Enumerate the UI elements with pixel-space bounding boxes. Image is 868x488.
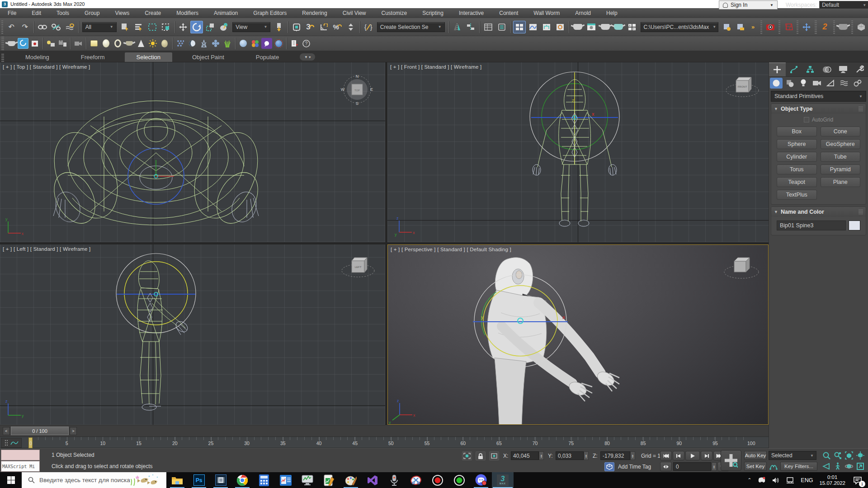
primitive-button[interactable]: Plane (821, 177, 861, 187)
category-helpers[interactable] (824, 78, 837, 89)
menu-item[interactable]: Views (107, 8, 137, 18)
tab-motion[interactable] (819, 62, 835, 76)
isolate-selection-icon[interactable] (462, 451, 472, 460)
zoom-all-icon[interactable] (832, 450, 843, 461)
script-folder-icon[interactable] (734, 21, 747, 33)
render-setup-icon[interactable] (554, 21, 566, 33)
next-frame-button[interactable]: > (70, 427, 77, 435)
angle-snap-icon[interactable] (317, 21, 330, 33)
frame-spinner[interactable]: ▲▼ (712, 462, 717, 471)
select-move-icon[interactable] (177, 21, 189, 33)
key-filters-button[interactable]: Key Filters... (780, 462, 817, 471)
viewport-left[interactable]: [ + ] [ Left ] [ Standard ] [ Wireframe … (0, 244, 385, 425)
menu-item[interactable]: File (0, 8, 24, 18)
menu-item[interactable]: Wall Worm (526, 8, 567, 18)
time-slider-handle[interactable]: 0 / 100 (11, 427, 69, 435)
ribbon-tab[interactable]: Populate (244, 52, 291, 62)
z-coordinate-field[interactable]: -179,832 (600, 451, 630, 460)
taskbar-icon-visual-studio[interactable] (362, 472, 383, 488)
physical-camera-icon[interactable] (764, 21, 777, 33)
teapot-gray-icon[interactable] (837, 21, 849, 33)
add-time-tag[interactable]: Add Time Tag (604, 462, 651, 471)
zoom-extents-all-icon[interactable] (854, 450, 866, 461)
viewcube-left[interactable]: LEFT (340, 253, 376, 282)
menu-item[interactable]: Modifiers (169, 8, 206, 18)
selection-filter-dropdown[interactable]: All▼ (82, 22, 117, 32)
vray-frame-buffer-icon[interactable] (782, 21, 795, 33)
sphere-blue-icon[interactable] (238, 38, 249, 49)
menu-item[interactable]: Rendering (294, 8, 335, 18)
named-selection-sets-icon[interactable]: {} (362, 21, 375, 33)
ball-dashed-icon[interactable] (273, 38, 284, 49)
taskbar-icon-photoshop[interactable]: Ps (188, 472, 210, 488)
viewcube-compass[interactable]: TOP N W E S (340, 72, 374, 107)
field-of-view-icon[interactable] (821, 461, 832, 471)
key-mode-toggle[interactable] (660, 462, 672, 471)
menu-item[interactable]: Create (137, 8, 169, 18)
mini-curve-editor-button[interactable] (1, 438, 22, 448)
next-frame-button[interactable] (701, 451, 712, 460)
start-button[interactable] (0, 472, 22, 488)
rectangular-selection-icon[interactable] (146, 21, 159, 33)
ribbon-minimize-dropdown[interactable]: ▼ ▾ (300, 53, 315, 61)
select-place-icon[interactable] (217, 21, 230, 33)
named-selection-set-dropdown[interactable]: Create Selection Se▼ (377, 22, 445, 32)
rendered-frame-icon[interactable] (29, 38, 40, 49)
grass-icon[interactable] (222, 38, 233, 49)
undo-icon[interactable]: ↶ (5, 21, 18, 33)
zoom-extents-icon[interactable] (843, 450, 854, 461)
category-spacewarps[interactable] (838, 78, 850, 89)
menu-item[interactable]: Civil View (335, 8, 374, 18)
menu-item[interactable]: Tools (49, 8, 77, 18)
ribbon-tab[interactable]: Selection (125, 52, 172, 62)
project-folder-dropdown[interactable]: C:\Users\PC...ents\3dsMax▼ (641, 22, 718, 32)
taskbar-icon-record-green[interactable] (448, 472, 470, 488)
tab-display[interactable] (835, 62, 852, 76)
select-link-icon[interactable] (36, 21, 49, 33)
bind-spacewarp-icon[interactable] (63, 21, 76, 33)
select-by-name-icon[interactable] (132, 21, 145, 33)
set-key-button[interactable]: Set Key (744, 462, 767, 471)
align-icon[interactable] (464, 21, 477, 33)
network-icon[interactable] (786, 477, 794, 483)
cone-create-icon[interactable] (136, 38, 146, 49)
render-production-icon[interactable] (599, 21, 611, 33)
tray-discord-icon[interactable] (758, 477, 766, 483)
object-name-field[interactable]: Bip01 Spine3 (777, 221, 846, 230)
taskbar-icon-system-monitor[interactable] (297, 472, 318, 488)
taskbar-icon-file-explorer[interactable] (166, 472, 188, 488)
primitive-button[interactable]: GeoSphere (821, 139, 861, 149)
color-balls-icon[interactable] (250, 38, 260, 49)
taskbar-icon-record-red[interactable] (427, 472, 448, 488)
menu-item[interactable]: Arnold (567, 8, 599, 18)
primitive-button[interactable]: Sphere (777, 139, 817, 149)
ribbon-toggle-icon[interactable] (513, 21, 526, 33)
ribbon-tab[interactable]: Freeform (69, 52, 117, 62)
menu-item[interactable]: Animation (206, 8, 245, 18)
previous-frame-button[interactable]: < (3, 427, 10, 435)
taskbar-icon-presentation[interactable] (275, 472, 297, 488)
camera-lister-icon[interactable] (57, 38, 68, 49)
primitive-button[interactable]: Box (777, 127, 817, 136)
render-last-icon[interactable] (18, 38, 28, 49)
toolbar-grip[interactable] (1, 20, 3, 34)
ribbon-grip[interactable] (1, 54, 4, 62)
primitive-button[interactable]: Tube (821, 152, 861, 162)
pattern-icon[interactable] (175, 38, 186, 49)
tab-create[interactable] (769, 62, 786, 76)
category-geometry[interactable] (770, 78, 783, 89)
maximize-viewport-icon[interactable] (854, 461, 866, 471)
snaps-toggle-icon[interactable]: 3 (304, 21, 316, 33)
taskbar-search[interactable]: Введите здесь текст для поиска (22, 472, 166, 488)
scene-explorer-icon[interactable] (495, 21, 508, 33)
rendered-frame-window-icon[interactable] (585, 21, 598, 33)
toolbar-grip[interactable] (1, 37, 4, 50)
key-mode-dropdown[interactable]: Selected▼ (769, 451, 816, 460)
menu-item[interactable]: Interactive (451, 8, 491, 18)
taskbar-icon-paint[interactable] (340, 472, 362, 488)
taskbar-icon-snipping-tool[interactable] (405, 472, 427, 488)
object-color-swatch[interactable] (849, 221, 860, 230)
move-tool-blue-icon[interactable] (800, 21, 813, 33)
menu-item[interactable]: Scripting (415, 8, 451, 18)
tab-modify[interactable] (786, 62, 802, 76)
